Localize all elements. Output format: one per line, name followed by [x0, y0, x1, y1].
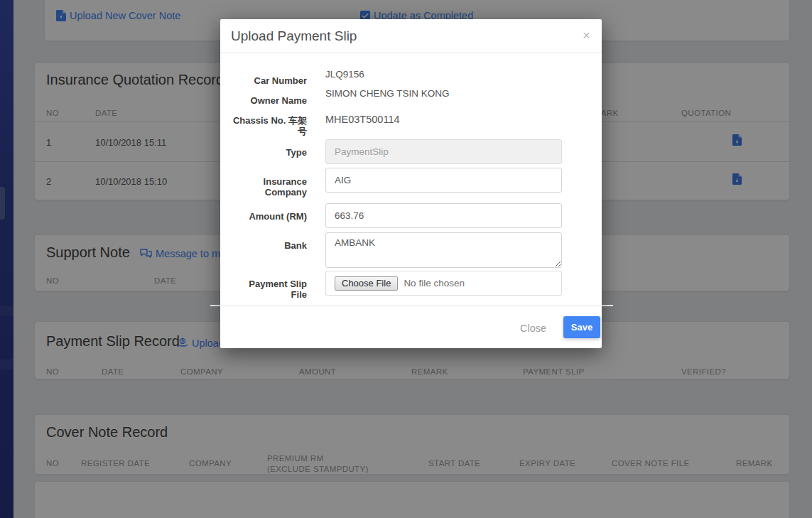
type-label: Type	[231, 147, 307, 158]
insurance-company-input[interactable]	[325, 168, 562, 193]
page: Upload New Cover Note Update as Complete…	[0, 0, 812, 518]
modal-header: Upload Payment Slip ×	[220, 19, 602, 53]
owner-name-value: SIMON CHENG TSIN KONG	[325, 88, 450, 99]
insurance-company-label: Insurance Company	[231, 176, 307, 198]
upload-payment-slip-modal: Upload Payment Slip × Car Number JLQ9156…	[220, 19, 602, 348]
modal-title: Upload Payment Slip	[231, 28, 357, 44]
chassis-no-value: MHE03T500114	[325, 114, 400, 125]
modal-footer: Close Save	[220, 306, 602, 348]
car-number-value: JLQ9156	[325, 69, 364, 80]
file-chosen-status: No file chosen	[404, 278, 465, 288]
payment-slip-file-input[interactable]: Choose File No file chosen	[325, 271, 562, 296]
choose-file-button[interactable]: Choose File	[335, 276, 398, 291]
amount-rm-input[interactable]	[325, 203, 562, 228]
bank-label: Bank	[231, 240, 307, 251]
payment-slip-file-label: Payment Slip File	[231, 279, 307, 300]
close-button[interactable]: Close	[513, 318, 553, 338]
amount-rm-label: Amount (RM)	[231, 211, 307, 222]
car-number-label: Car Number	[231, 75, 307, 86]
close-icon[interactable]: ×	[580, 26, 593, 45]
type-input[interactable]	[325, 139, 562, 164]
bank-textarea[interactable]: AMBANK	[325, 232, 562, 268]
chassis-no-label: Chassis No. 车架号	[231, 115, 307, 136]
owner-name-label: Owner Name	[231, 95, 307, 106]
save-button[interactable]: Save	[563, 316, 600, 338]
